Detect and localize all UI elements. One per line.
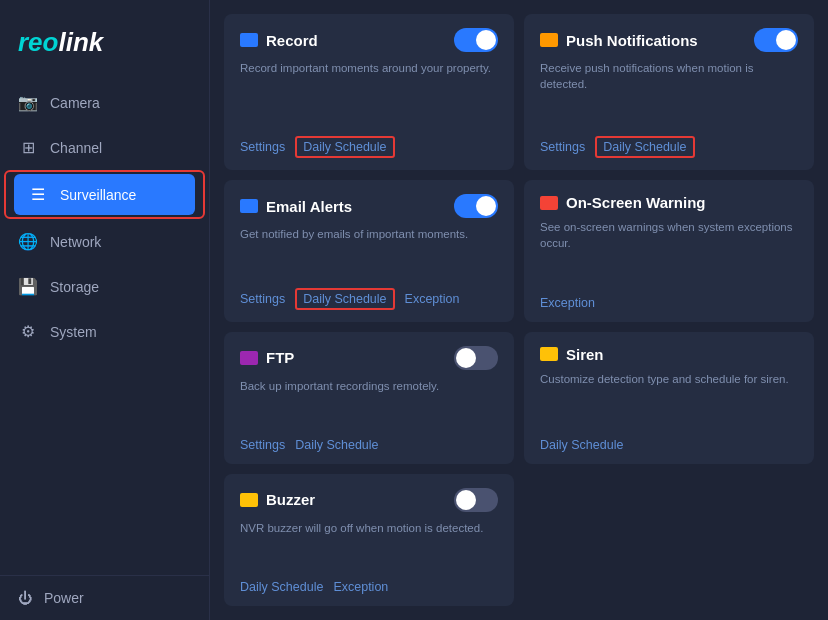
onscreen-actions: Exception: [540, 296, 798, 310]
email-exception-link[interactable]: Exception: [405, 292, 460, 306]
record-schedule-link[interactable]: Daily Schedule: [295, 136, 394, 158]
siren-card-header: Siren: [540, 346, 798, 363]
network-icon: 🌐: [18, 232, 38, 251]
record-title: Record: [266, 32, 318, 49]
email-schedule-link[interactable]: Daily Schedule: [295, 288, 394, 310]
record-actions: Settings Daily Schedule: [240, 136, 498, 158]
push-toggle[interactable]: [754, 28, 798, 52]
sidebar-item-system[interactable]: ⚙ System: [0, 309, 209, 354]
ftp-toggle[interactable]: [454, 346, 498, 370]
channel-icon: ⊞: [18, 138, 38, 157]
record-icon: [240, 33, 258, 47]
push-icon: [540, 33, 558, 47]
ftp-title: FTP: [266, 349, 294, 366]
siren-desc: Customize detection type and schedule fo…: [540, 371, 798, 428]
email-card-header: Email Alerts: [240, 194, 498, 218]
siren-actions: Daily Schedule: [540, 438, 798, 452]
buzzer-schedule-link[interactable]: Daily Schedule: [240, 580, 323, 594]
push-actions: Settings Daily Schedule: [540, 136, 798, 158]
power-icon: ⏻: [18, 590, 32, 606]
sidebar-item-camera[interactable]: 📷 Camera: [0, 80, 209, 125]
push-title: Push Notifications: [566, 32, 698, 49]
siren-icon: [540, 347, 558, 361]
ftp-icon: [240, 351, 258, 365]
record-title-row: Record: [240, 32, 318, 49]
buzzer-toggle[interactable]: [454, 488, 498, 512]
siren-title: Siren: [566, 346, 604, 363]
email-settings-link[interactable]: Settings: [240, 292, 285, 306]
ftp-card: FTP Back up important recordings remotel…: [224, 332, 514, 464]
push-schedule-link[interactable]: Daily Schedule: [595, 136, 694, 158]
ftp-title-row: FTP: [240, 349, 294, 366]
record-card: Record Record important moments around y…: [224, 14, 514, 170]
onscreen-card: On-Screen Warning See on-screen warnings…: [524, 180, 814, 321]
email-title-row: Email Alerts: [240, 198, 352, 215]
record-desc: Record important moments around your pro…: [240, 60, 498, 126]
onscreen-card-header: On-Screen Warning: [540, 194, 798, 211]
buzzer-icon: [240, 493, 258, 507]
logo: reolink: [0, 18, 209, 80]
buzzer-title-row: Buzzer: [240, 491, 315, 508]
power-button[interactable]: ⏻ Power: [0, 575, 209, 620]
email-toggle[interactable]: [454, 194, 498, 218]
buzzer-card-header: Buzzer: [240, 488, 498, 512]
ftp-actions: Settings Daily Schedule: [240, 438, 498, 452]
onscreen-exception-link[interactable]: Exception: [540, 296, 595, 310]
sidebar: reolink 📷 Camera ⊞ Channel ☰ Surveillanc…: [0, 0, 210, 620]
siren-schedule-link[interactable]: Daily Schedule: [540, 438, 623, 452]
push-desc: Receive push notifications when motion i…: [540, 60, 798, 126]
record-settings-link[interactable]: Settings: [240, 140, 285, 154]
ftp-schedule-link[interactable]: Daily Schedule: [295, 438, 378, 452]
push-settings-link[interactable]: Settings: [540, 140, 585, 154]
onscreen-desc: See on-screen warnings when system excep…: [540, 219, 798, 285]
push-card-header: Push Notifications: [540, 28, 798, 52]
surveillance-icon: ☰: [28, 185, 48, 204]
ftp-settings-link[interactable]: Settings: [240, 438, 285, 452]
buzzer-title: Buzzer: [266, 491, 315, 508]
email-actions: Settings Daily Schedule Exception: [240, 288, 498, 310]
push-card: Push Notifications Receive push notifica…: [524, 14, 814, 170]
ftp-card-header: FTP: [240, 346, 498, 370]
sidebar-item-storage[interactable]: 💾 Storage: [0, 264, 209, 309]
siren-card: Siren Customize detection type and sched…: [524, 332, 814, 464]
onscreen-title: On-Screen Warning: [566, 194, 705, 211]
email-title: Email Alerts: [266, 198, 352, 215]
onscreen-title-row: On-Screen Warning: [540, 194, 705, 211]
buzzer-desc: NVR buzzer will go off when motion is de…: [240, 520, 498, 570]
record-toggle[interactable]: [454, 28, 498, 52]
push-title-row: Push Notifications: [540, 32, 698, 49]
email-desc: Get notified by emails of important mome…: [240, 226, 498, 277]
storage-icon: 💾: [18, 277, 38, 296]
email-card: Email Alerts Get notified by emails of i…: [224, 180, 514, 321]
record-card-header: Record: [240, 28, 498, 52]
onscreen-icon: [540, 196, 558, 210]
buzzer-actions: Daily Schedule Exception: [240, 580, 498, 594]
siren-title-row: Siren: [540, 346, 604, 363]
system-icon: ⚙: [18, 322, 38, 341]
main-content: Record Record important moments around y…: [210, 0, 828, 620]
sidebar-item-channel[interactable]: ⊞ Channel: [0, 125, 209, 170]
email-icon: [240, 199, 258, 213]
sidebar-item-surveillance[interactable]: ☰ Surveillance: [14, 174, 195, 215]
buzzer-exception-link[interactable]: Exception: [333, 580, 388, 594]
camera-icon: 📷: [18, 93, 38, 112]
ftp-desc: Back up important recordings remotely.: [240, 378, 498, 428]
sidebar-item-network[interactable]: 🌐 Network: [0, 219, 209, 264]
buzzer-card: Buzzer NVR buzzer will go off when motio…: [224, 474, 514, 606]
